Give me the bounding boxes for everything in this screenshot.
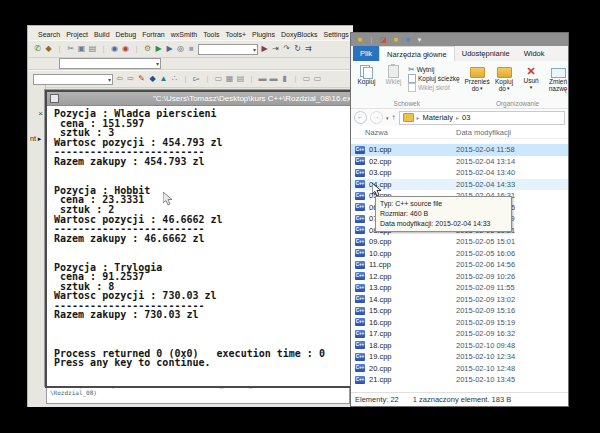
grid-icon[interactable]: ▦ bbox=[225, 74, 234, 84]
menu-item-fortran[interactable]: Fortran bbox=[142, 31, 165, 38]
back-icon[interactable]: ← bbox=[354, 111, 367, 124]
new-folder-icon[interactable]: ■ bbox=[391, 35, 400, 45]
compile-target-combobox[interactable]: ▾ bbox=[198, 44, 258, 55]
vbox-icon[interactable]: ▮ bbox=[280, 74, 289, 84]
spacer-icon[interactable]: ▭ bbox=[313, 74, 322, 84]
more-icon[interactable]: ∴ bbox=[170, 74, 179, 84]
file-row-03-cpp[interactable]: C++ 03.cpp 2015-02-04 13:40 bbox=[351, 167, 568, 179]
abort-icon[interactable]: ■ bbox=[187, 44, 196, 54]
palette-icon[interactable]: ▲ bbox=[159, 74, 168, 84]
delete-button[interactable]: ✕ Usuń ▾ bbox=[518, 62, 545, 99]
up-icon[interactable]: ↑ bbox=[392, 113, 396, 122]
file-row-15-cpp[interactable]: C++ 15.cpp 2015-02-09 15:16 bbox=[351, 305, 568, 317]
management-panel: × nt ▸ bbox=[28, 85, 46, 381]
file-row-16-cpp[interactable]: C++ 16.cpp 2015-02-09 15:19 bbox=[351, 317, 568, 329]
console-output: Pozycja : Wladca pierscieni cena : 151.5… bbox=[47, 106, 354, 386]
file-row-14-cpp[interactable]: C++ 14.cpp 2015-02-09 13:02 bbox=[351, 294, 568, 306]
console-title-bar[interactable]: "C:\Users\Tomasz\Desktop\kurs C++\Rozdzi… bbox=[47, 92, 354, 106]
hbox-icon[interactable]: ▬ bbox=[269, 74, 278, 84]
explorer-title-bar[interactable]: ■|◪■■▾ bbox=[351, 33, 568, 46]
panel-icon[interactable]: ▤ bbox=[236, 74, 245, 84]
file-row-18-cpp[interactable]: C++ 18.cpp 2015-02-10 09:48 bbox=[351, 340, 568, 352]
folder-icon[interactable]: ■ bbox=[355, 35, 364, 45]
find-icon[interactable]: ◉ bbox=[110, 44, 119, 54]
file-row-04-cpp[interactable]: C++ 04.cpp 2015-02-04 14:33 bbox=[351, 179, 568, 191]
close-icon[interactable]: × bbox=[38, 109, 43, 118]
file-row-11-cpp[interactable]: C++ 11.cpp 2015-02-06 14:56 bbox=[351, 259, 568, 271]
copy-icon[interactable]: ▣ bbox=[77, 44, 86, 54]
menu-item-settings[interactable]: Settings bbox=[324, 31, 349, 38]
forward-icon[interactable]: → bbox=[370, 111, 383, 124]
debug-run-icon[interactable]: ▶ bbox=[260, 44, 269, 54]
menu-item-search[interactable]: Search bbox=[38, 31, 60, 38]
menu-item-doxyblocks[interactable]: DoxyBlocks bbox=[281, 31, 318, 38]
wxsmith-toolbar: ▾ ⇦⇨✎◆▲∴|▻|▭▦▤|▬▬▮|▭▭ bbox=[28, 70, 353, 88]
menu-item-tools[interactable]: Tools bbox=[203, 31, 219, 38]
move-to-button[interactable]: Przenieś do▾ bbox=[464, 62, 491, 99]
run-icon[interactable]: ▶ bbox=[154, 44, 163, 54]
build-icon[interactable]: ⚙ bbox=[143, 44, 152, 54]
chevron-down-icon: ▾ bbox=[156, 60, 160, 67]
file-row-02-cpp[interactable]: C++ 02.cpp 2015-02-04 13:14 bbox=[351, 156, 568, 168]
wxsmith-icon[interactable]: ◆ bbox=[148, 74, 157, 84]
rebuild-icon[interactable]: ◎ bbox=[176, 44, 185, 54]
phone-icon[interactable]: ✆ bbox=[33, 44, 42, 54]
pointer-back-icon[interactable]: ⇦ bbox=[115, 74, 124, 84]
select-cursor-icon[interactable]: ▻ bbox=[192, 74, 201, 84]
file-row-13-cpp[interactable]: C++ 13.cpp 2015-02-09 11:55 bbox=[351, 282, 568, 294]
menu-item-build[interactable]: Build bbox=[94, 31, 110, 38]
frame-icon[interactable]: ▭ bbox=[214, 74, 223, 84]
tab-widok[interactable]: Widok bbox=[517, 46, 552, 61]
file-row-10-cpp[interactable]: C++ 10.cpp 2015-02-05 16:06 bbox=[351, 248, 568, 260]
paste-icon[interactable]: ▤ bbox=[88, 44, 97, 54]
step-into-icon[interactable]: ↷ bbox=[282, 44, 291, 54]
build-and-run-icon[interactable]: ▶ bbox=[165, 44, 174, 54]
cut-icon[interactable]: ✂ bbox=[66, 44, 75, 54]
copy-to-button[interactable]: Kopiuj do▾ bbox=[491, 62, 518, 99]
file-row-09-cpp[interactable]: C++ 09.cpp 2015-02-05 15:01 bbox=[351, 236, 568, 248]
tab-udost-pnianie[interactable]: Udostępnianie bbox=[455, 46, 517, 61]
column-date[interactable]: Data modyfikacji bbox=[456, 128, 511, 137]
menu-item-project[interactable]: Project bbox=[66, 31, 88, 38]
step-out-icon[interactable]: ↻ bbox=[293, 44, 302, 54]
menu-item-plugins[interactable]: Plugins bbox=[252, 31, 275, 38]
computer-icon[interactable]: ■ bbox=[403, 35, 412, 45]
file-row-19-cpp[interactable]: C++ 19.cpp 2015-02-10 12:34 bbox=[351, 351, 568, 363]
resource-combobox[interactable]: ▾ bbox=[33, 74, 113, 85]
copy-path-button[interactable]: Kopiuj ścieżkę bbox=[408, 74, 460, 82]
file-row-20-cpp[interactable]: C++ 20.cpp 2015-02-10 12:48 bbox=[351, 363, 568, 375]
file-row-17-cpp[interactable]: C++ 17.cpp 2015-02-09 16:32 bbox=[351, 328, 568, 340]
copy-button[interactable]: Kopiuj bbox=[353, 62, 380, 99]
run-to-cursor-icon[interactable]: ⇉ bbox=[304, 44, 313, 54]
replace-icon[interactable]: ◉ bbox=[121, 44, 130, 54]
properties-icon[interactable]: ◪ bbox=[379, 35, 388, 45]
breadcrumb-materialy[interactable]: Materialy bbox=[423, 113, 453, 122]
management-tab[interactable]: nt ▸ bbox=[30, 135, 41, 143]
menu-item-wxsmith[interactable]: wxSmith bbox=[171, 31, 197, 38]
spacer-icon[interactable]: ▭ bbox=[302, 74, 311, 84]
code-completion-combobox[interactable]: ▾ bbox=[59, 58, 161, 69]
history-dropdown-icon[interactable]: ▾ bbox=[386, 115, 389, 121]
link-icon[interactable]: ◆ bbox=[44, 44, 53, 54]
paste-button[interactable]: Wklej bbox=[380, 62, 407, 99]
breadcrumb-03[interactable]: 03 bbox=[462, 113, 470, 122]
menu-item-debug[interactable]: Debug bbox=[116, 31, 137, 38]
brush-icon[interactable]: ✎ bbox=[137, 74, 146, 84]
file-row-21-cpp[interactable]: C++ 21.cpp 2015-02-10 13:45 bbox=[351, 374, 568, 386]
breadcrumb[interactable]: ▸ Materialy ▸ 03 bbox=[399, 111, 565, 125]
cut-button[interactable]: ✂ Wytnij bbox=[408, 65, 460, 73]
tab-narz-dzia-g-wne[interactable]: Narzędzia główne bbox=[379, 46, 455, 61]
paste-shortcut-button[interactable]: Wklej skrót bbox=[408, 83, 460, 91]
file-row-01-cpp[interactable]: C++ 01.cpp 2015-02-04 11:58 bbox=[351, 144, 568, 156]
rename-button[interactable]: Zmień nazwę bbox=[545, 62, 568, 99]
step-over-icon[interactable]: ⇥ bbox=[271, 44, 280, 54]
menu-item-tools+[interactable]: Tools+ bbox=[226, 31, 246, 38]
hbox-icon[interactable]: ▬ bbox=[258, 74, 267, 84]
column-name[interactable]: Nazwa bbox=[365, 128, 456, 137]
pointer-forward-icon[interactable]: ⇨ bbox=[126, 74, 135, 84]
customize-qat-icon[interactable]: ▾ bbox=[415, 35, 424, 45]
cpp-file-icon: C++ bbox=[355, 157, 365, 165]
tab-plik[interactable]: Plik bbox=[353, 46, 379, 61]
clipboard-group-label: Schowek bbox=[353, 99, 461, 108]
file-row-12-cpp[interactable]: C++ 12.cpp 2015-02-09 10:26 bbox=[351, 271, 568, 283]
